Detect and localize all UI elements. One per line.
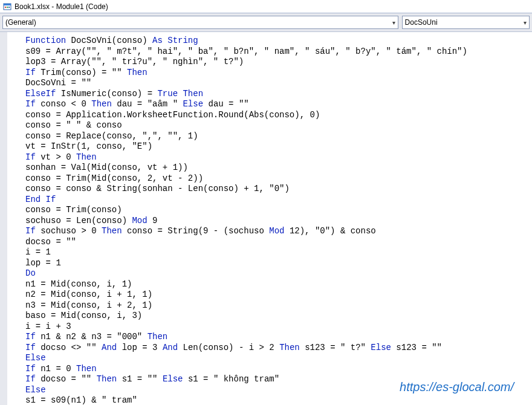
code-line: i = i + 3 [25, 322, 527, 332]
code-line: baso = Mid(conso, i, 3) [25, 311, 527, 322]
code-line: Do [25, 268, 527, 279]
svg-point-4 [8, 6, 10, 7]
code-line: conso = Application.WorksheetFunction.Ro… [25, 110, 527, 121]
code-line: conso = Trim(conso) [25, 205, 527, 216]
title-bar: Book1.xlsx - Module1 (Code) [0, 0, 532, 13]
code-line: s1 = s09(n1) & " tram" [25, 395, 527, 405]
code-line: sochuso = Len(conso) Mod 9 [25, 216, 527, 227]
procedure-dropdown[interactable]: DocSoUni ▾ [402, 16, 530, 29]
code-line: lop3 = Array("", " tri?u", " nghìn", " t… [25, 57, 527, 68]
code-line: lop = 1 [25, 258, 527, 269]
code-line: Function DocSoVni(conso) As String [25, 36, 527, 47]
chevron-down-icon: ▾ [392, 19, 395, 26]
code-line: sonhan = Val(Mid(conso, vt + 1)) [25, 163, 527, 173]
object-dropdown[interactable]: (General) ▾ [2, 16, 398, 29]
code-line: End If [25, 195, 527, 206]
code-line: If n1 & n2 & n3 = "000" Then [25, 332, 527, 343]
code-line: conso = Trim(Mid(conso, 2, vt - 2)) [25, 173, 527, 184]
code-line: n3 = Mid(conso, i + 2, 1) [25, 300, 527, 311]
code-line: If sochuso > 0 Then conso = String(9 - (… [25, 226, 527, 237]
window-title: Book1.xlsx - Module1 (Code) [15, 2, 108, 11]
procedure-dropdown-label: DocSoUni [405, 18, 438, 27]
code-line: If docso = "" Then s1 = "" Else s1 = " k… [25, 374, 527, 385]
code-line: If conso < 0 Then dau = "aâm " Else dau … [25, 99, 527, 110]
code-line: n2 = Mid(conso, i + 1, 1) [25, 290, 527, 300]
code-line: conso = " " & conso [25, 120, 527, 131]
code-line: s09 = Array("", " m?t", " hai", " ba", "… [25, 47, 527, 57]
code-line: conso = Replace(conso, ",", "", 1) [25, 131, 527, 142]
code-line: conso = conso & String(sonhan - Len(cons… [25, 184, 527, 195]
code-line: docso = "" [25, 237, 527, 248]
svg-point-3 [7, 6, 8, 7]
code-line: vt = InStr(1, conso, "E") [25, 141, 527, 152]
code-line: Else [25, 385, 527, 396]
code-line: Else [25, 353, 527, 364]
code-line: n1 = Mid(conso, i, 1) [25, 279, 527, 290]
module-icon [2, 2, 12, 11]
code-editor[interactable]: Function DocSoVni(conso) As Strings09 = … [0, 32, 532, 405]
svg-rect-1 [4, 4, 11, 5]
object-proc-row: (General) ▾ DocSoUni ▾ [0, 13, 532, 32]
code-line: If docso <> "" And lop = 3 And Len(conso… [25, 343, 527, 354]
svg-point-2 [5, 6, 6, 7]
code-line: ElseIf IsNumeric(conso) = True Then [25, 89, 527, 100]
code-line: If vt > 0 Then [25, 152, 527, 163]
object-dropdown-label: (General) [5, 18, 36, 27]
code-line: i = 1 [25, 247, 527, 258]
code-line: If n1 = 0 Then [25, 364, 527, 375]
chevron-down-icon: ▾ [524, 19, 527, 26]
code-line: DocSoVni = "" [25, 78, 527, 89]
code-line: If Trim(conso) = "" Then [25, 68, 527, 79]
